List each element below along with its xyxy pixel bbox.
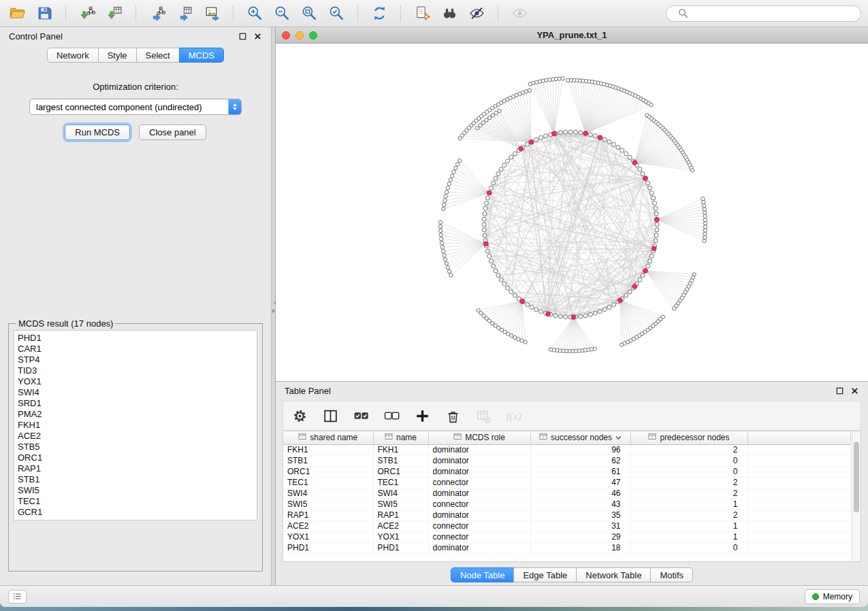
export-network-icon[interactable] <box>147 3 167 24</box>
tab-node-table[interactable]: Node Table <box>451 567 515 582</box>
zoom-fit-icon[interactable] <box>299 3 319 24</box>
cell-filler <box>748 499 851 510</box>
cell-name: ACE2 <box>373 521 428 531</box>
table-row[interactable]: SWI4SWI4dominator462 <box>283 488 851 499</box>
table-row[interactable]: ACE2ACE2connector311 <box>283 521 851 531</box>
delete-row-icon[interactable] <box>443 406 463 426</box>
network-title: YPA_prune.txt_1 <box>276 30 868 40</box>
result-node-item[interactable]: TEC1 <box>18 496 253 507</box>
network-titlebar: YPA_prune.txt_1 <box>276 27 868 44</box>
result-node-item[interactable]: FKH1 <box>18 420 253 431</box>
table-scrollbar[interactable] <box>852 431 861 561</box>
result-node-item[interactable]: PMA2 <box>18 409 253 420</box>
criterion-dropdown[interactable]: largest connected component (undirected) <box>29 99 242 115</box>
deselect-all-icon[interactable] <box>381 406 402 426</box>
column-header-successor-nodes[interactable]: successor nodes <box>530 431 630 444</box>
result-node-item[interactable]: ACE2 <box>18 431 253 442</box>
search-input[interactable] <box>697 9 854 18</box>
settings-icon[interactable] <box>289 406 310 426</box>
zoom-in-icon[interactable] <box>244 3 265 24</box>
fx-icon: f(x) <box>504 406 524 426</box>
import-network-icon[interactable] <box>77 3 97 24</box>
result-node-item[interactable]: RAP1 <box>18 463 253 474</box>
tab-style[interactable]: Style <box>98 48 137 63</box>
document-share-icon[interactable] <box>412 3 432 24</box>
add-row-icon[interactable] <box>412 406 432 426</box>
vertical-splitter[interactable] <box>271 27 276 585</box>
result-node-item[interactable]: ORC1 <box>18 452 253 463</box>
close-table-panel-icon[interactable] <box>850 386 859 395</box>
result-node-item[interactable]: YOX1 <box>18 376 253 387</box>
cell-MCDS-role: connector <box>428 499 530 510</box>
toolbar-separator <box>357 5 358 22</box>
save-icon[interactable] <box>34 3 54 24</box>
result-node-item[interactable]: STB1 <box>18 474 253 485</box>
result-node-item[interactable]: TID3 <box>18 365 253 376</box>
mcds-result-list[interactable]: PHD1CAR1STP4TID3YOX1SWI4SRD1PMA2FKH1ACE2… <box>14 330 257 521</box>
table-row[interactable]: STB1STB1dominator620 <box>283 455 851 466</box>
zoom-out-icon[interactable] <box>272 3 292 24</box>
export-table-icon[interactable] <box>174 3 195 24</box>
column-header-predecessor-nodes[interactable]: predecessor nodes <box>630 431 748 444</box>
result-node-item[interactable]: STB5 <box>18 442 253 452</box>
tab-motifs[interactable]: Motifs <box>650 567 693 582</box>
control-panel-header: Control Panel <box>0 27 271 45</box>
window-minimize-button[interactable] <box>295 31 304 39</box>
run-mcds-button[interactable]: Run MCDS <box>65 125 130 140</box>
find-binoculars-icon[interactable] <box>439 3 460 24</box>
export-image-icon[interactable] <box>202 3 222 24</box>
app-window: Control Panel NetworkStyleSelectMCDS Opt… <box>0 0 868 607</box>
tab-select[interactable]: Select <box>136 48 180 63</box>
graphics-details-icon[interactable] <box>466 3 487 24</box>
refresh-layout-icon[interactable] <box>369 3 389 24</box>
ui-settings-button[interactable] <box>8 590 27 604</box>
columns-icon[interactable] <box>320 406 340 426</box>
toolbar-separator <box>400 5 401 22</box>
result-node-item[interactable]: GCR1 <box>18 507 253 518</box>
scrollbar-thumb[interactable] <box>854 442 859 512</box>
memory-status-icon <box>812 593 819 600</box>
tab-edge-table[interactable]: Edge Table <box>513 567 577 582</box>
column-header-shared-name[interactable]: shared name <box>283 431 373 444</box>
cell-filler <box>748 455 851 466</box>
float-panel-icon[interactable] <box>238 32 247 41</box>
table-row[interactable]: PHD1PHD1dominator180 <box>283 542 851 553</box>
close-panel-icon[interactable] <box>253 32 262 41</box>
result-node-item[interactable]: STP4 <box>18 354 253 365</box>
table-row[interactable]: YOX1YOX1connector291 <box>283 531 851 542</box>
close-panel-button[interactable]: Close panel <box>139 125 206 140</box>
float-table-panel-icon[interactable] <box>835 386 844 395</box>
cell-predecessor-nodes: 0 <box>630 542 748 553</box>
result-node-item[interactable]: CAR1 <box>18 344 253 354</box>
tab-network[interactable]: Network <box>47 48 99 63</box>
result-node-item[interactable]: SRD1 <box>18 398 253 409</box>
result-node-item[interactable]: PHD1 <box>18 333 253 344</box>
import-table-icon[interactable] <box>104 3 125 24</box>
table-row[interactable]: RAP1RAP1dominator352 <box>283 510 851 521</box>
select-all-icon[interactable] <box>351 406 371 426</box>
table-row[interactable]: ORC1ORC1dominator610 <box>283 466 851 477</box>
table-tabs: Node TableEdge TableNetwork TableMotifs <box>276 565 868 585</box>
cell-successor-nodes: 31 <box>530 521 630 531</box>
zoom-selected-icon[interactable] <box>326 3 347 24</box>
network-canvas[interactable] <box>276 44 868 381</box>
window-zoom-button[interactable] <box>309 31 317 39</box>
tab-mcds[interactable]: MCDS <box>179 48 224 63</box>
table-row[interactable]: TEC1TEC1connector472 <box>283 477 851 488</box>
tab-network-table[interactable]: Network Table <box>576 567 651 582</box>
node-table: shared namenameMCDS rolesuccessor nodesp… <box>283 431 861 562</box>
column-header-name[interactable]: name <box>373 431 428 444</box>
window-close-button[interactable] <box>282 31 290 39</box>
search-box[interactable] <box>666 5 861 22</box>
cell-successor-nodes: 62 <box>530 455 630 466</box>
column-header-filler <box>748 431 851 444</box>
cell-shared-name: TEC1 <box>283 477 373 488</box>
memory-button[interactable]: Memory <box>805 589 860 604</box>
table-row[interactable]: FKH1FKH1dominator962 <box>283 444 851 455</box>
open-folder-icon[interactable] <box>7 3 27 24</box>
cell-successor-nodes: 43 <box>530 499 630 510</box>
result-node-item[interactable]: SWI4 <box>18 387 253 398</box>
table-row[interactable]: SWI5SWI5connector431 <box>283 499 851 510</box>
column-header-MCDS-role[interactable]: MCDS role <box>428 431 530 444</box>
result-node-item[interactable]: SWI5 <box>18 485 253 496</box>
